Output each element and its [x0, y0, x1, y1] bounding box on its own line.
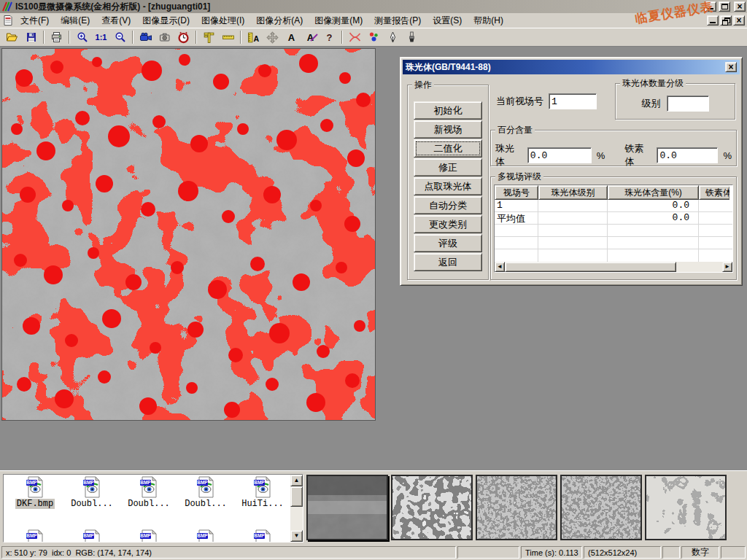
status-blank	[457, 546, 519, 559]
timer-button[interactable]	[174, 29, 193, 45]
rating-table[interactable]: 视场号 珠光体级别 珠光体含量(%) 铁素体含量(%) 1 0.0	[494, 184, 733, 273]
mdi-minimize-button[interactable]	[707, 15, 719, 26]
menu-image-analysis[interactable]: 图像分析(A)	[251, 13, 308, 28]
menu-report[interactable]: 测量报告(P)	[369, 13, 426, 28]
minimize-button[interactable]	[705, 1, 716, 12]
thumbnail-1[interactable]	[306, 475, 388, 540]
maximize-icon	[721, 4, 728, 9]
grading-group: 珠光体数量分级 级别	[615, 77, 735, 120]
menu-edit[interactable]: 编辑(E)	[55, 13, 95, 28]
thumbnail-3[interactable]	[476, 475, 557, 540]
menu-help[interactable]: 帮助(H)	[468, 13, 508, 28]
current-field-input[interactable]	[549, 93, 597, 109]
video-capture-button[interactable]	[136, 29, 155, 45]
maximize-button[interactable]	[719, 1, 730, 12]
table-horizontal-scrollbar[interactable]: ◄ ►	[495, 262, 732, 272]
toolbar-separator	[69, 31, 70, 44]
dialog-close-button[interactable]: ×	[725, 62, 737, 72]
actual-size-button[interactable]: 1:1	[92, 29, 110, 45]
brush-icon	[406, 31, 417, 43]
pick-pearlite-button[interactable]: 点取珠光体	[414, 177, 482, 195]
scroll-up-icon[interactable]: ▲	[290, 475, 303, 486]
save-button[interactable]	[22, 29, 40, 45]
bmp-file-icon: BMP	[196, 476, 215, 498]
close-button[interactable]: ×	[734, 1, 746, 12]
mdi-restore-button[interactable]	[720, 15, 732, 26]
menu-image-display[interactable]: 图像显示(D)	[137, 13, 195, 28]
menu-settings[interactable]: 设置(S)	[427, 13, 467, 28]
file-name: HuiTi...	[240, 499, 285, 509]
ruler-button[interactable]	[219, 29, 237, 45]
menu-file[interactable]: 文件(F)	[15, 13, 54, 28]
status-blank	[721, 546, 746, 559]
svg-text:BMP: BMP	[83, 480, 94, 485]
scroll-right-icon[interactable]: ►	[722, 262, 732, 272]
bmp-file-icon: BMP	[139, 529, 158, 542]
minimize-icon	[708, 4, 713, 9]
pen-button[interactable]	[384, 29, 402, 45]
column-header: 珠光体级别	[538, 185, 608, 200]
file-item[interactable]: BMP	[120, 529, 177, 542]
initialize-button[interactable]: 初始化	[414, 101, 482, 120]
binarize-button[interactable]: 二值化	[414, 139, 482, 158]
zoom-in-button[interactable]	[73, 29, 91, 45]
help-button[interactable]: ?	[320, 29, 338, 45]
camera-button[interactable]	[155, 29, 174, 45]
table-row[interactable]: 平均值 0.0	[495, 212, 732, 225]
return-button[interactable]: 返回	[414, 253, 482, 271]
scroll-down-icon[interactable]: ▼	[290, 530, 303, 542]
file-item[interactable]: BMP Doubl...	[120, 476, 177, 509]
bmp-file-icon: BMP	[196, 529, 215, 542]
toolbar-separator	[240, 31, 241, 44]
print-button[interactable]	[47, 29, 66, 45]
file-item[interactable]: BMP HuiTi...	[234, 476, 290, 509]
thumbnail-4[interactable]	[560, 475, 642, 540]
caliper-button[interactable]	[200, 29, 218, 45]
file-item[interactable]: BMP	[177, 529, 234, 542]
scroll-left-icon[interactable]: ◄	[495, 262, 505, 272]
file-item[interactable]: BMP	[7, 529, 63, 542]
column-header: 铁素体含量(%)	[699, 185, 729, 200]
auto-classify-button[interactable]: 自动分类	[414, 196, 482, 214]
ferrite-input[interactable]	[657, 147, 718, 163]
level-input[interactable]	[667, 96, 709, 112]
file-item[interactable]: BMP Doubl...	[63, 476, 120, 509]
menu-image-process[interactable]: 图像处理(I)	[196, 13, 249, 28]
measure-text-button[interactable]: A	[244, 29, 263, 45]
phase-count-button[interactable]	[365, 29, 383, 45]
percent-sign: %	[723, 150, 732, 161]
column-header: 珠光体含量(%)	[608, 185, 699, 200]
new-field-button[interactable]: 新视场	[414, 120, 482, 139]
app-icon	[1, 1, 13, 12]
scrollbar-thumb[interactable]	[505, 262, 676, 272]
zoom-out-button[interactable]	[111, 29, 129, 45]
pearlite-input[interactable]	[527, 147, 592, 163]
curve-tool-button[interactable]	[346, 29, 364, 45]
thumbnail-strip	[306, 475, 727, 540]
table-row[interactable]: 1 0.0	[495, 200, 732, 212]
file-item[interactable]: BMP Doubl...	[177, 476, 234, 509]
menu-view[interactable]: 查看(V)	[96, 13, 136, 28]
dialog-title-bar[interactable]: 珠光体(GB/T9441-88) ×	[403, 60, 740, 74]
file-item[interactable]: BMP DKF.bmp	[7, 476, 63, 509]
open-button[interactable]	[3, 29, 21, 45]
correct-button[interactable]: 修正	[414, 158, 482, 176]
change-category-button[interactable]: 更改类别	[414, 215, 482, 233]
metallograph-image[interactable]	[1, 48, 376, 421]
bmp-file-icon: BMP	[139, 476, 158, 498]
file-item[interactable]: BMP	[63, 529, 120, 542]
annotate-button[interactable]: A	[301, 29, 320, 45]
brush-button[interactable]	[403, 29, 421, 45]
thumbnail-2[interactable]	[391, 475, 473, 540]
thumbnail-5[interactable]	[645, 475, 727, 540]
file-browser[interactable]: BMP DKF.bmp BMP Doubl...	[3, 474, 303, 542]
mdi-close-button[interactable]: ×	[733, 15, 745, 26]
text-button[interactable]: A	[282, 29, 301, 45]
menu-image-measure[interactable]: 图像测量(M)	[309, 13, 368, 28]
rate-button[interactable]: 评级	[414, 234, 482, 252]
file-item[interactable]: BMP	[234, 529, 290, 542]
save-icon	[26, 31, 37, 43]
scrollbar-thumb[interactable]	[290, 486, 303, 507]
file-list-scrollbar[interactable]: ▲ ▼	[290, 475, 303, 542]
pan-button[interactable]	[263, 29, 282, 45]
